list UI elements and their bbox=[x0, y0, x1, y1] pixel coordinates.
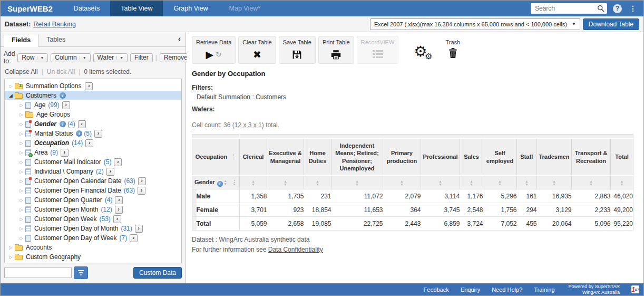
field-nav-arrow-icon[interactable]: › bbox=[115, 206, 123, 214]
help-icon[interactable]: ? bbox=[613, 4, 622, 13]
expand-icon[interactable]: ▷ bbox=[17, 131, 25, 136]
sort-icon[interactable]: ▲▼ bbox=[620, 180, 623, 186]
footer-link-training[interactable]: Training bbox=[534, 287, 554, 293]
tab-fields[interactable]: Fields bbox=[4, 34, 38, 47]
collapse-all-link[interactable]: Collapse All bbox=[5, 68, 38, 75]
tree-item-customer-open-day-of-week[interactable]: ▷Customer Open Day of Week(7)› bbox=[5, 233, 181, 243]
sidebar-collapse-icon[interactable]: ‹ bbox=[178, 34, 181, 44]
download-table-button[interactable]: Download Table bbox=[583, 18, 639, 30]
expand-icon[interactable]: ▷ bbox=[7, 255, 15, 260]
expand-icon[interactable]: ▷ bbox=[17, 179, 25, 184]
expand-icon[interactable]: ▷ bbox=[17, 188, 25, 193]
tree-item-age-groups[interactable]: ▷Age Groups bbox=[5, 110, 181, 119]
field-nav-arrow-icon[interactable]: › bbox=[113, 215, 121, 223]
tree-item-gender[interactable]: ▷Genderi(4)› bbox=[5, 119, 181, 129]
sort-control-clerical[interactable]: ▲▼ bbox=[240, 176, 267, 189]
tree-item-marital-status[interactable]: ▷Marital Statusi(5)› bbox=[5, 129, 181, 138]
custom-data-button[interactable]: Custom Data bbox=[133, 267, 182, 279]
column-field-cell[interactable]: Occupation⋮ bbox=[192, 138, 240, 176]
expand-icon[interactable]: ▷ bbox=[17, 150, 25, 155]
expand-icon[interactable]: ▷ bbox=[17, 217, 25, 222]
sort-control-tradesmen[interactable]: ▲▼ bbox=[537, 176, 572, 189]
info-icon[interactable]: i bbox=[76, 130, 82, 137]
field-search-input[interactable] bbox=[4, 268, 72, 278]
sort-icon[interactable]: ▲▼ bbox=[251, 180, 255, 186]
sort-control-total[interactable]: ▲▼ bbox=[611, 176, 633, 189]
sort-control-transport-recreation[interactable]: ▲▼ bbox=[572, 176, 611, 189]
save-table-button[interactable]: Save Table bbox=[279, 36, 316, 64]
tree-item-customer-open-calendar-date[interactable]: ▷Customer Open Calendar Date(63)› bbox=[5, 176, 181, 186]
sort-control-self-employed[interactable]: ▲▼ bbox=[483, 176, 517, 189]
recordview-button[interactable]: RecordVIEW bbox=[357, 36, 399, 64]
sort-control-independent-means-retired-pensioner-unemployed[interactable]: ▲▼ bbox=[331, 176, 383, 189]
field-nav-arrow-icon[interactable]: › bbox=[115, 196, 123, 204]
expand-icon[interactable]: ▷ bbox=[17, 198, 25, 203]
collapse-icon[interactable]: ◢ bbox=[7, 93, 15, 98]
untick-all-link[interactable]: Un-tick All bbox=[47, 68, 75, 75]
expand-icon[interactable]: ▷ bbox=[17, 236, 25, 241]
tree-item-customer-open-month[interactable]: ▷Customer Open Month(12)› bbox=[5, 205, 181, 214]
sort-icon[interactable]: ▲▼ bbox=[355, 180, 358, 186]
sort-control-home-duties[interactable]: ▲▼ bbox=[304, 176, 331, 189]
info-icon[interactable]: i bbox=[60, 121, 66, 127]
dataset-link[interactable]: Retail Banking bbox=[33, 21, 76, 28]
field-nav-arrow-icon[interactable]: › bbox=[94, 130, 102, 138]
tree-item-customer-open-week[interactable]: ▷Customer Open Week(53)› bbox=[5, 214, 181, 224]
tree-item-customer-open-quarter[interactable]: ▷Customer Open Quarter(4)› bbox=[5, 195, 181, 205]
nav-tab-graph-view[interactable]: Graph View bbox=[163, 1, 218, 16]
tab-tables[interactable]: Tables bbox=[38, 33, 73, 46]
field-nav-arrow-icon[interactable]: › bbox=[62, 101, 70, 109]
filter-button[interactable]: Filter bbox=[130, 53, 153, 62]
footer-link-feedback[interactable]: Feedback bbox=[424, 287, 449, 293]
row-menu-icon[interactable]: ⋮ bbox=[231, 179, 237, 185]
field-nav-arrow-icon[interactable]: › bbox=[106, 168, 114, 176]
sort-control-primary-production[interactable]: ▲▼ bbox=[383, 176, 421, 189]
sort-icon[interactable]: ▲▼ bbox=[498, 180, 501, 186]
tree-item-occupation[interactable]: ▷Occupation(14)› bbox=[5, 138, 181, 148]
sort-icon[interactable]: ▲▼ bbox=[589, 180, 592, 186]
trash-button[interactable]: Trash bbox=[445, 36, 460, 59]
retrieve-data-button[interactable]: Retrieve Data▶↻ bbox=[192, 36, 236, 64]
expand-icon[interactable]: ▷ bbox=[17, 122, 25, 127]
field-nav-arrow-icon[interactable]: › bbox=[138, 187, 145, 195]
expand-icon[interactable]: ▷ bbox=[17, 103, 25, 108]
sort-icon[interactable]: ▲▼ bbox=[224, 179, 227, 185]
sort-control-staff[interactable]: ▲▼ bbox=[517, 176, 537, 189]
overflow-menu-icon[interactable]: ⋮ bbox=[628, 4, 638, 13]
field-nav-arrow-icon[interactable]: › bbox=[61, 149, 69, 157]
field-nav-arrow-icon[interactable]: › bbox=[130, 234, 138, 242]
expand-icon[interactable]: ▷ bbox=[7, 84, 15, 89]
sort-icon[interactable]: ▲▼ bbox=[470, 180, 473, 186]
tree-item-customers[interactable]: ◢Customersi bbox=[5, 91, 181, 100]
print-table-button[interactable]: Print Table bbox=[318, 36, 354, 64]
clear-table-button[interactable]: Clear Table✖ bbox=[238, 36, 276, 64]
tree-item-customer-open-financial-date[interactable]: ▷Customer Open Financial Date(63)› bbox=[5, 186, 181, 195]
tree-item-summation-options[interactable]: ▷Summation Options› bbox=[5, 81, 181, 91]
info-icon[interactable]: i bbox=[60, 92, 66, 99]
sort-control-executive-managerial[interactable]: ▲▼ bbox=[267, 176, 304, 189]
tree-item-accounts[interactable]: ▷Accounts bbox=[5, 243, 181, 252]
expand-icon[interactable]: ▷ bbox=[7, 245, 15, 250]
field-nav-arrow-icon[interactable]: › bbox=[85, 139, 93, 147]
nav-tab-map-view[interactable]: Map View* bbox=[219, 1, 271, 16]
nav-tab-datasets[interactable]: Datasets bbox=[63, 1, 110, 16]
field-nav-arrow-icon[interactable]: › bbox=[78, 120, 86, 128]
app-logo[interactable]: SuperWEB2 bbox=[1, 1, 63, 16]
sort-icon[interactable]: ▲▼ bbox=[552, 180, 555, 186]
expand-icon[interactable]: ▷ bbox=[17, 160, 25, 165]
add-to-wafer-button[interactable]: Wafer▼ bbox=[93, 53, 128, 62]
add-to-column-button[interactable]: Column▼ bbox=[51, 53, 90, 62]
field-nav-arrow-icon[interactable]: › bbox=[138, 177, 146, 185]
data-confidentiality-link[interactable]: Data Confidentiality bbox=[268, 246, 323, 253]
sort-icon[interactable]: ▲▼ bbox=[438, 180, 442, 186]
info-icon[interactable]: i bbox=[217, 181, 223, 187]
tree-item-customer-mail-indicator[interactable]: ▷Customer Mail Indicator(5)› bbox=[5, 157, 181, 167]
row-field-cell[interactable]: Genderi▲▼⋮ bbox=[192, 176, 240, 189]
footer-link-enquiry[interactable]: Enquiry bbox=[461, 287, 480, 293]
sort-icon[interactable]: ▲▼ bbox=[400, 180, 403, 186]
expand-icon[interactable]: ▷ bbox=[17, 112, 25, 117]
add-to-row-button[interactable]: Row▼ bbox=[17, 53, 48, 62]
field-nav-arrow-icon[interactable]: › bbox=[85, 82, 93, 90]
sort-control-professional[interactable]: ▲▼ bbox=[421, 176, 460, 189]
tree-item-area[interactable]: ▷Area(9)› bbox=[5, 148, 181, 157]
